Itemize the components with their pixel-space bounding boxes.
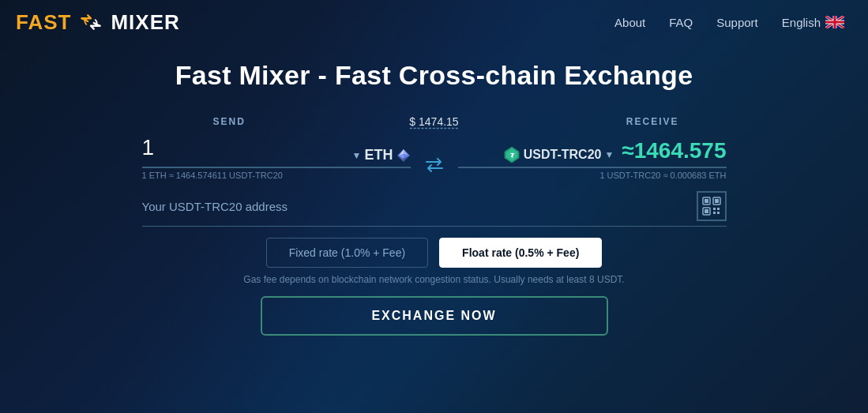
receive-rate: 1 USDT-TRC20 ≈ 0.000683 ETH: [599, 171, 726, 180]
send-rate: 1 ETH ≈ 1464.574611 USDT-TRC20: [142, 171, 411, 180]
rate-buttons: Fixed rate (1.0% + Fee) Float rate (0.5%…: [266, 238, 603, 268]
swap-button[interactable]: [417, 145, 452, 180]
usd-value: $ 1474.15: [409, 115, 458, 128]
svg-rect-14: [715, 199, 719, 203]
exchange-now-button[interactable]: EXCHANGE NOW: [261, 296, 608, 336]
nav-links: About FAQ Support English: [614, 16, 844, 29]
inputs-row: ▼ ETH 1 ETH ≈ 14: [142, 132, 727, 180]
eth-icon: [396, 148, 411, 163]
send-currency-selector[interactable]: ▼ ETH: [352, 147, 411, 163]
page-headline: Fast Mixer - Fast Cross-chain Exchange: [175, 60, 693, 91]
send-amount-input[interactable]: [142, 132, 352, 163]
svg-rect-19: [713, 212, 716, 214]
fixed-rate-button[interactable]: Fixed rate (1.0% + Fee): [266, 238, 428, 268]
receive-amount: ≈1464.575: [622, 138, 726, 163]
qr-button[interactable]: [697, 191, 727, 221]
swap-icon: [423, 156, 445, 174]
nav-faq[interactable]: FAQ: [669, 16, 693, 29]
gas-fee-note: Gas fee depends on blockchain network co…: [243, 274, 624, 285]
address-row: [142, 191, 727, 227]
nav-support[interactable]: Support: [716, 16, 758, 29]
send-label: SEND: [213, 116, 246, 127]
receive-currency-arrow: ▼: [604, 149, 614, 160]
nav-about[interactable]: About: [614, 16, 645, 29]
logo-mixer-text: MIXER: [111, 10, 179, 35]
send-top: ▼ ETH: [142, 132, 411, 168]
main-content: Fast Mixer - Fast Cross-chain Exchange S…: [0, 44, 868, 336]
svg-rect-12: [705, 199, 708, 203]
usdt-icon: ₮: [503, 146, 520, 163]
logo[interactable]: FAST MIXER: [16, 9, 180, 35]
receive-currency-selector[interactable]: ₮ USDT-TRC20 ▼: [503, 146, 614, 163]
address-input[interactable]: [142, 197, 697, 216]
logo-icon: [76, 9, 106, 35]
logo-fast-text: FAST: [16, 10, 71, 35]
send-currency-dropdown-arrow: ▼: [352, 150, 362, 161]
svg-rect-17: [713, 208, 716, 210]
language-label: English: [782, 16, 821, 29]
svg-rect-16: [705, 209, 708, 213]
svg-rect-20: [717, 212, 720, 214]
labels-row: SEND $ 1474.15 RECEIVE: [142, 113, 727, 130]
qr-icon: [701, 196, 722, 216]
receive-top: ₮ USDT-TRC20 ▼ ≈1464.575: [458, 138, 727, 168]
exchange-card: SEND $ 1474.15 RECEIVE ▼ ETH: [142, 113, 727, 336]
svg-rect-18: [717, 208, 720, 210]
navbar: FAST MIXER About FAQ Support English: [0, 0, 868, 44]
language-selector[interactable]: English: [782, 16, 844, 29]
flag-icon: [825, 16, 844, 28]
send-section: ▼ ETH 1 ETH ≈ 14: [142, 132, 411, 180]
float-rate-button[interactable]: Float rate (0.5% + Fee): [439, 238, 602, 268]
send-currency-name: ETH: [365, 147, 393, 163]
receive-section: ₮ USDT-TRC20 ▼ ≈1464.575 1 USDT-TRC20 ≈ …: [458, 138, 727, 180]
receive-currency-name: USDT-TRC20: [524, 148, 602, 162]
receive-label: RECEIVE: [626, 116, 679, 127]
